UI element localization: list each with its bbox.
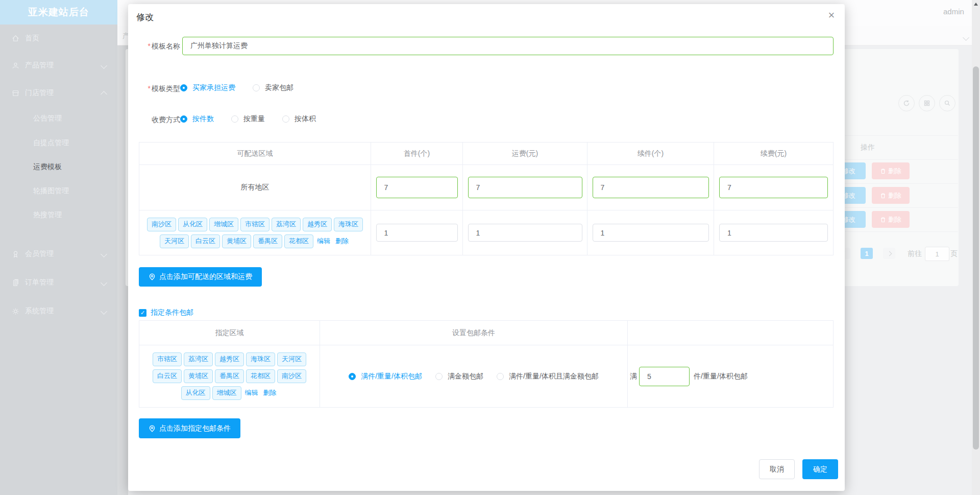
region-tag: 越秀区 — [303, 218, 332, 231]
sidebar-item-system[interactable]: 系统管理 — [0, 301, 117, 321]
goto-page-input[interactable] — [925, 247, 949, 261]
additional-piece-input[interactable] — [593, 224, 709, 242]
radio-by-volume[interactable]: 按体积 — [282, 114, 316, 124]
actions-column-header: 操作 — [847, 143, 888, 152]
select-chevron-icon[interactable] — [964, 33, 968, 41]
additional-piece-input[interactable] — [593, 177, 709, 198]
scrollbar-thumb[interactable] — [973, 66, 979, 450]
col-header: 指定区域 — [139, 321, 320, 345]
radio-icon — [253, 84, 260, 91]
scrollbar-up-arrow[interactable] — [974, 3, 978, 6]
conditional-free-shipping-checkbox[interactable]: ✓ 指定条件包邮 — [139, 308, 193, 317]
radio-icon — [231, 115, 238, 123]
sidebar-item-label: 门店管理 — [25, 88, 54, 98]
table-row-all-regions: 所有地区 — [139, 165, 833, 210]
region-tag: 越秀区 — [215, 352, 244, 366]
radio-by-piece[interactable]: 按件数 — [180, 114, 214, 124]
condition-region-tag-list: 市辖区荔湾区越秀区海珠区天河区白云区黄埔区番禺区花都区南沙区从化区增城区编辑删除 — [148, 351, 311, 402]
sidebar-item-label: 订单管理 — [25, 278, 54, 287]
chevron-down-icon — [101, 251, 107, 257]
col-header: 续费(元) — [714, 143, 833, 164]
sidebar-subitem-carousel[interactable]: 轮播图管理 — [33, 182, 117, 200]
region-tag: 黄埔区 — [184, 369, 213, 383]
edit-regions-link[interactable]: 编辑 — [317, 237, 330, 245]
radio-icon — [282, 115, 289, 123]
next-page-button[interactable] — [883, 248, 895, 259]
sidebar-subitem-hot-search[interactable]: 热搜管理 — [33, 206, 117, 224]
template-type-label: *模板类型 — [133, 84, 180, 93]
region-tag: 增城区 — [212, 386, 241, 400]
sidebar-item-products[interactable]: 产品管理 — [0, 55, 117, 76]
close-icon[interactable]: × — [823, 7, 840, 23]
search-icon — [944, 100, 951, 107]
edit-regions-link[interactable]: 编辑 — [245, 389, 258, 396]
col-header — [628, 321, 833, 345]
region-tag: 市辖区 — [153, 352, 182, 366]
shipping-fee-table: 可配送区域 首件(个) 运费(元) 续件(个) 续费(元) 所有地区 南沙区从化… — [139, 142, 834, 255]
free-shipping-condition-table: 指定区域 设置包邮条件 市辖区荔湾区越秀区海珠区天河区白云区黄埔区番禺区花都区南… — [139, 320, 834, 408]
layout-grid-button[interactable] — [919, 95, 935, 111]
radio-by-weight[interactable]: 按重量 — [231, 114, 265, 124]
sidebar-subitem-pickup-points[interactable]: 自提点管理 — [33, 134, 117, 152]
sidebar-item-label: 系统管理 — [25, 307, 54, 316]
col-header: 设置包邮条件 — [320, 321, 628, 345]
goto-label: 前往 — [908, 249, 922, 258]
medal-icon — [11, 250, 20, 258]
additional-fee-input[interactable] — [719, 177, 828, 198]
cancel-button[interactable]: 取消 — [759, 459, 795, 479]
row-delete-button[interactable]: 删除 — [872, 187, 910, 204]
delete-regions-link[interactable]: 删除 — [335, 237, 349, 245]
region-tag-list: 南沙区从化区增城区市辖区荔湾区越秀区海珠区天河区白云区黄埔区番禺区花都区编辑删除 — [145, 216, 365, 250]
sidebar-item-home[interactable]: 首页 — [0, 28, 117, 49]
add-region-button[interactable]: 点击添加可配送的区域和运费 — [139, 267, 262, 287]
page-number-button[interactable]: 1 — [861, 248, 873, 259]
delete-regions-link[interactable]: 删除 — [263, 389, 277, 396]
col-header: 续件(个) — [587, 143, 714, 164]
sidebar-item-label: 会员管理 — [25, 249, 54, 258]
refresh-button[interactable] — [898, 95, 915, 111]
fee-input[interactable] — [468, 177, 582, 198]
region-tag: 从化区 — [178, 218, 207, 231]
clipboard-icon — [11, 278, 20, 287]
required-asterisk: * — [148, 42, 151, 50]
edit-template-modal: 修改 × *模板名称 *模板类型 买家承担运费 卖家包邮 收费方式 按件数 按重… — [128, 4, 845, 491]
col-header: 首件(个) — [371, 143, 463, 164]
threshold-input[interactable] — [639, 367, 690, 386]
radio-seller-free[interactable]: 卖家包邮 — [253, 83, 293, 92]
region-tag: 番禺区 — [253, 234, 282, 248]
first-piece-input[interactable] — [376, 224, 458, 242]
row-delete-button[interactable]: 删除 — [872, 211, 910, 228]
region-tag: 天河区 — [277, 352, 306, 366]
store-icon — [11, 89, 20, 98]
row-delete-button[interactable]: 删除 — [872, 162, 910, 179]
add-condition-button[interactable]: 点击添加指定包邮条件 — [139, 418, 240, 438]
sidebar-item-orders[interactable]: 订单管理 — [0, 272, 117, 293]
radio-buyer-pays[interactable]: 买家承担运费 — [180, 83, 235, 92]
radio-icon — [497, 373, 504, 380]
sidebar-subitem-shipping-templates[interactable]: 运费模板 — [33, 158, 117, 176]
radio-min-amount[interactable]: 满金额包邮 — [435, 372, 483, 381]
region-tag: 番禺区 — [215, 369, 244, 383]
radio-selected-icon — [349, 373, 356, 380]
checkbox-checked-icon: ✓ — [139, 309, 146, 317]
sidebar-item-stores[interactable]: 门店管理 — [0, 83, 117, 103]
radio-min-quantity[interactable]: 满件/重量/体积包邮 — [349, 372, 422, 381]
template-name-input[interactable] — [182, 37, 834, 55]
user-menu[interactable]: admin — [943, 7, 964, 16]
required-asterisk: * — [148, 84, 151, 92]
first-piece-input[interactable] — [376, 177, 458, 198]
table-row-custom-regions: 南沙区从化区增城区市辖区荔湾区越秀区海珠区天河区白云区黄埔区番禺区花都区编辑删除 — [139, 210, 833, 255]
radio-selected-icon — [180, 84, 187, 91]
confirm-button[interactable]: 确定 — [802, 459, 838, 479]
region-tag: 增城区 — [209, 218, 238, 231]
sidebar-item-members[interactable]: 会员管理 — [0, 244, 117, 264]
page-unit-label: 页 — [950, 249, 958, 258]
additional-fee-input[interactable] — [719, 224, 828, 242]
sidebar-subitem-announcements[interactable]: 公告管理 — [33, 109, 117, 128]
region-tag: 黄埔区 — [222, 234, 251, 248]
search-button[interactable] — [939, 95, 955, 111]
radio-quantity-and-amount[interactable]: 满件/重量/体积且满金额包邮 — [497, 372, 599, 381]
template-name-label: *模板名称 — [133, 42, 180, 51]
radio-icon — [435, 373, 443, 380]
fee-input[interactable] — [468, 224, 582, 242]
